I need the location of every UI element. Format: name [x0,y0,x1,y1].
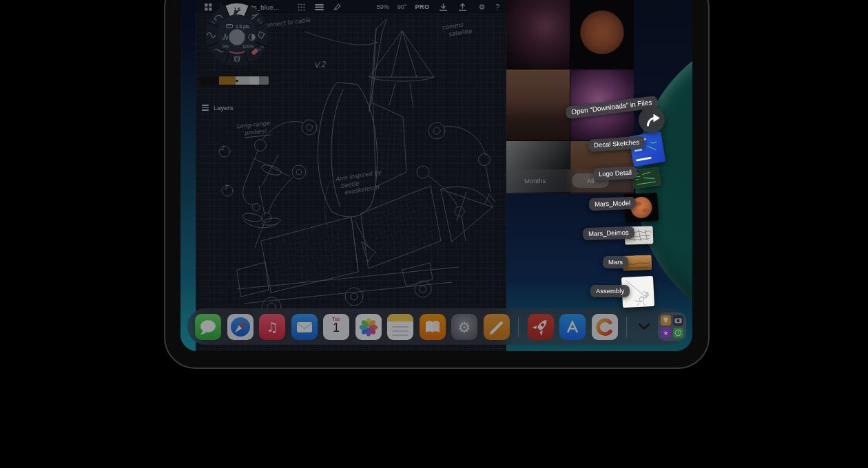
drag-label-assembly[interactable]: Assembly [590,285,630,297]
share-forward-button[interactable] [639,107,665,133]
ipad-screen: Concepts_blue... 59% 90° PRO [180,0,692,351]
drag-label-mars[interactable]: Mars [603,256,628,268]
stage: Concepts_blue... 59% 90° PRO [0,0,868,468]
drag-label-logo-detail[interactable]: Logo Detail [593,166,638,180]
drag-label-mars-model[interactable]: Mars_Model [589,197,637,211]
drag-label-mars-deimos[interactable]: Mars_Deimos [583,226,634,240]
forward-arrow-icon [644,112,660,128]
